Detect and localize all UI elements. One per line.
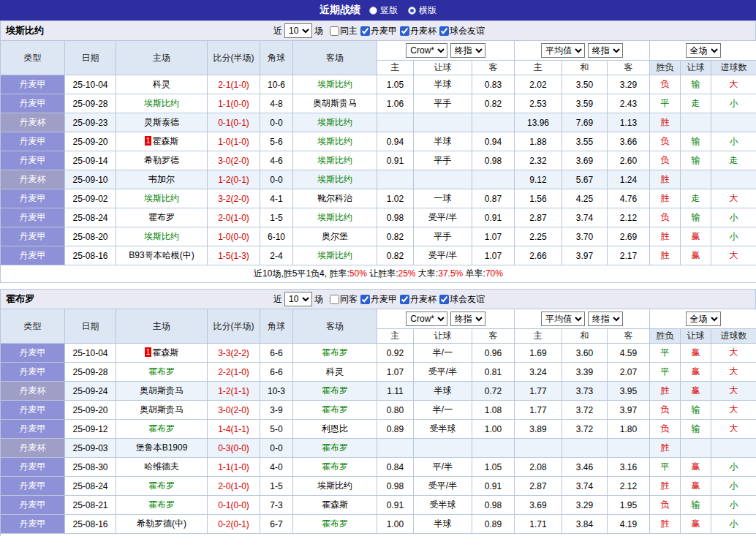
avg-odds-draw: 3.55 — [562, 132, 608, 151]
team-link[interactable]: 希勒罗德 — [144, 155, 179, 165]
result-scope-select[interactable]: 全场 — [686, 43, 721, 58]
odds-provider-select[interactable]: Crow* — [406, 312, 447, 326]
team-link[interactable]: 埃斯比约 — [144, 193, 179, 203]
result-scope-select[interactable]: 全场 — [686, 312, 721, 326]
league-filter-option[interactable]: 球会友谊 — [439, 293, 485, 306]
team-link[interactable]: 霍布罗 — [148, 366, 175, 377]
team-link[interactable]: 韦加尔 — [148, 174, 175, 184]
team-link[interactable]: 霍布罗 — [322, 461, 348, 472]
result-goals: 大 — [711, 246, 756, 265]
team-link[interactable]: 霍布罗 — [322, 518, 348, 529]
team-link[interactable]: 奥胡斯贵马 — [313, 98, 357, 108]
league-checkbox[interactable] — [400, 26, 409, 36]
handicap-odds-home: 0.98 — [377, 208, 414, 227]
team-link[interactable]: 霍布罗 — [148, 212, 175, 222]
team-link[interactable]: 埃斯比约 — [317, 174, 352, 184]
league-filter-option[interactable]: 丹麦甲 — [360, 25, 397, 37]
league-checkbox[interactable] — [360, 26, 370, 36]
same-venue-checkbox[interactable] — [330, 26, 339, 36]
same-venue-checkbox[interactable] — [330, 295, 339, 304]
team-link[interactable]: 埃斯比约 — [317, 212, 352, 222]
team-link[interactable]: 希勒罗德(中) — [137, 518, 186, 529]
average-odds-select[interactable]: 平均值 — [541, 43, 585, 58]
match-row: 丹麦甲25-08-21霍布罗0-1(0-0)7-3霍森斯0.91受半球0.983… — [1, 496, 756, 515]
league-checkbox[interactable] — [439, 295, 449, 304]
league-checkbox[interactable] — [360, 295, 370, 304]
league-filter-option[interactable]: 丹麦杯 — [400, 25, 436, 37]
same-venue-option[interactable]: 同主 — [330, 25, 358, 37]
team-section-1: 埃斯比约 近 10 场 同主 丹麦甲丹麦杯球会友谊 — [0, 20, 756, 283]
team-link[interactable]: 埃斯比约 — [317, 117, 352, 127]
league-filter-option[interactable]: 丹麦杯 — [400, 293, 436, 306]
league-filter-option[interactable]: 球会友谊 — [439, 25, 485, 37]
handicap-odds-home: 0.94 — [377, 132, 414, 151]
average-odds-group-header: 平均值 终指 — [515, 41, 650, 61]
team-link[interactable]: 利恩比 — [322, 423, 348, 434]
same-venue-option[interactable]: 同客 — [330, 293, 358, 306]
match-score: 1-5(1-3) — [208, 246, 260, 265]
away-team-cell: 霍布罗 — [293, 515, 377, 534]
team-link[interactable]: 埃斯比约 — [317, 480, 352, 491]
team-link[interactable]: 奥胡斯贵马 — [140, 404, 184, 415]
league-filter-group: 丹麦甲丹麦杯球会友谊 — [358, 25, 485, 37]
team-link[interactable]: 霍布罗 — [322, 347, 348, 358]
result-wdl: 胜 — [650, 515, 681, 534]
team-link[interactable]: 科灵 — [153, 79, 170, 89]
team-link[interactable]: 哈维德夫 — [144, 461, 179, 472]
result-goals: 大 — [711, 363, 756, 382]
result-wdl: 负 — [650, 208, 681, 227]
match-row: 丹麦甲25-09-201霍森斯1-0(1-0)5-6埃斯比约0.94半球0.94… — [1, 132, 756, 151]
average-stage-select[interactable]: 终指 — [588, 43, 623, 58]
summary-value: 37.5% — [438, 268, 463, 279]
competition-type: 丹麦甲 — [1, 189, 65, 208]
team-link[interactable]: 奥尔堡 — [322, 231, 348, 241]
team-link[interactable]: 埃斯比约 — [144, 98, 179, 108]
avg-odds-draw: 3.73 — [562, 382, 608, 401]
avg-odds-draw: 3.29 — [562, 496, 608, 515]
team-link[interactable]: 霍布罗 — [322, 385, 348, 396]
avg-odds-draw: 7.69 — [562, 113, 608, 132]
corner-score: 7-3 — [260, 496, 293, 515]
corner-score: 6-7 — [260, 515, 293, 534]
match-date: 25-09-12 — [65, 420, 116, 439]
handicap-stage-select[interactable]: 终指 — [450, 43, 485, 58]
result-goals: 小 — [711, 515, 756, 534]
team-link[interactable]: 霍森斯 — [152, 347, 178, 358]
odds-provider-select[interactable]: Crow* — [406, 43, 447, 58]
team-link[interactable]: 霍布罗 — [148, 480, 175, 491]
team-link[interactable]: 霍布罗 — [322, 442, 348, 453]
match-date: 25-09-02 — [65, 189, 116, 208]
team-link[interactable]: 靴尔科治 — [317, 193, 352, 203]
team-link[interactable]: B93哥本哈根(中) — [129, 250, 194, 260]
team-link[interactable]: 霍森斯 — [322, 499, 348, 510]
team-link[interactable]: 霍森斯 — [152, 136, 178, 146]
match-count-select[interactable]: 10 — [284, 292, 312, 306]
layout-radio-horizontal[interactable]: 横版 — [408, 4, 436, 17]
home-team-cell: 奥胡斯贵马 — [116, 382, 208, 401]
handicap-odds-line: 半球 — [414, 515, 472, 534]
team-link[interactable]: 堡鲁本B1909 — [136, 442, 188, 453]
team-link[interactable]: 霍布罗 — [148, 499, 175, 510]
team-link[interactable]: 埃斯比约 — [317, 250, 352, 260]
team-link[interactable]: 科灵 — [326, 366, 344, 377]
average-odds-select[interactable]: 平均值 — [541, 312, 585, 326]
match-count-select[interactable]: 10 — [284, 23, 312, 38]
team-link[interactable]: 埃斯比约 — [317, 136, 352, 146]
layout-radio-vertical[interactable]: 竖版 — [369, 4, 398, 17]
team-link[interactable]: 埃斯比约 — [317, 155, 352, 165]
team-link[interactable]: 奥胡斯贵马 — [140, 385, 184, 396]
team-link[interactable]: 灵斯泰德 — [144, 117, 179, 127]
summary-row: 近10场,胜5平1负4, 胜率:50% 让胜率:25% 大率:37.5% 单率:… — [1, 265, 756, 283]
league-filter-option[interactable]: 丹麦甲 — [360, 293, 397, 306]
handicap-stage-select[interactable]: 终指 — [450, 312, 485, 326]
team-link[interactable]: 霍布罗 — [322, 404, 348, 415]
corner-score: 2-4 — [260, 246, 293, 265]
team-link[interactable]: 埃斯比约 — [317, 79, 352, 89]
team-link[interactable]: 霍布罗 — [148, 423, 175, 434]
league-checkbox[interactable] — [400, 295, 409, 304]
team-link[interactable]: 埃斯比约 — [144, 231, 179, 241]
league-checkbox[interactable] — [439, 26, 449, 36]
average-stage-select[interactable]: 终指 — [588, 312, 623, 326]
subcol-result-goals: 进球数 — [711, 329, 756, 344]
handicap-odds-home: 1.07 — [377, 363, 414, 382]
